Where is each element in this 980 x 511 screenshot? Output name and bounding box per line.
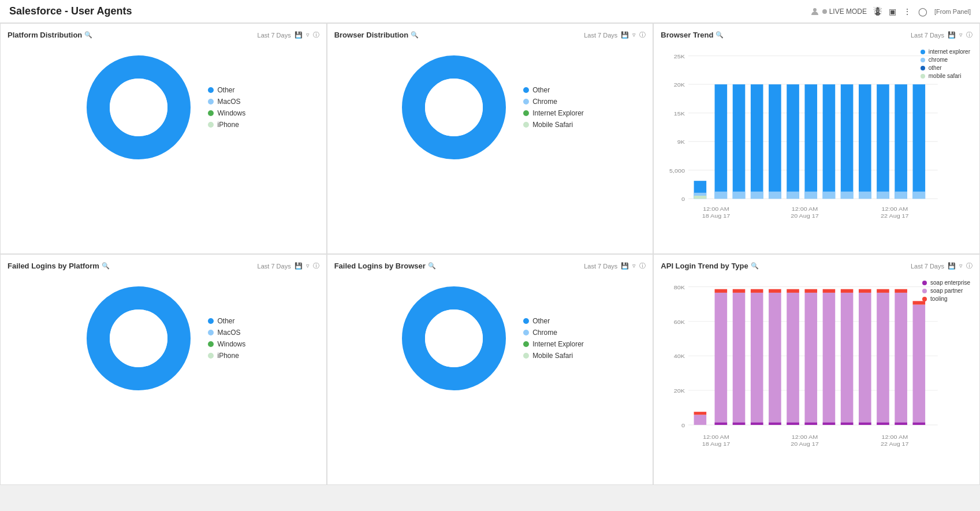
info-icon[interactable]: ⓘ: [313, 31, 319, 39]
filter-icon[interactable]: ▿: [959, 31, 963, 39]
legend-soap-partner: soap partner: [922, 288, 970, 294]
svg-text:15K: 15K: [674, 110, 685, 116]
panel-title: Failed Logins by Browser 🔍: [334, 262, 436, 270]
panel-controls: Last 7 Days 💾 ▿ ⓘ: [584, 262, 646, 270]
legend-color-windows: [208, 110, 214, 116]
legend-item-ie: Internet Explorer: [523, 109, 584, 117]
export-icon[interactable]: 💾: [621, 31, 629, 39]
live-mode-indicator[interactable]: LIVE MODE: [810, 6, 867, 17]
person-icon: [810, 6, 820, 17]
legend-item-mobile-safari: Mobile Safari: [523, 121, 584, 129]
svg-rect-100: [841, 289, 854, 293]
svg-text:0: 0: [681, 423, 685, 428]
legend-item-other: Other: [208, 86, 245, 94]
panel-title: API Login Trend by Type 🔍: [661, 262, 758, 270]
svg-text:12:00 AM: 12:00 AM: [882, 206, 908, 211]
export-icon[interactable]: 💾: [621, 262, 629, 270]
svg-rect-29: [733, 192, 746, 199]
export-icon[interactable]: 💾: [295, 262, 303, 270]
svg-rect-85: [751, 289, 763, 293]
legend-item-other: Other: [523, 317, 584, 325]
api-login-trend-panel: API Login Trend by Type 🔍 Last 7 Days 💾 …: [653, 254, 980, 485]
search-icon[interactable]: 🔍: [751, 262, 759, 270]
legend-item-macos: MacOS: [208, 98, 245, 106]
svg-rect-34: [787, 84, 800, 199]
svg-rect-106: [877, 289, 890, 293]
svg-text:60K: 60K: [674, 319, 685, 324]
legend-mobile-safari: mobile safari: [921, 73, 970, 79]
svg-rect-47: [895, 192, 908, 199]
export-icon[interactable]: 💾: [948, 262, 956, 270]
donut-chart-wrapper: Other Chrome Internet Explorer Mobile Sa…: [334, 44, 646, 171]
svg-text:20K: 20K: [674, 388, 685, 394]
legend-color-other: [208, 87, 214, 93]
filter-icon[interactable]: ▿: [306, 31, 310, 39]
svg-rect-109: [895, 289, 908, 293]
panel-controls: Last 7 Days 💾 ▿ ⓘ: [258, 31, 319, 39]
panel-header: API Login Trend by Type 🔍 Last 7 Days 💾 …: [661, 262, 972, 270]
svg-rect-36: [805, 84, 818, 199]
svg-rect-32: [769, 84, 781, 199]
filter-icon[interactable]: ▿: [959, 262, 963, 270]
svg-point-65: [425, 309, 483, 367]
svg-point-0: [813, 8, 817, 12]
filter-icon[interactable]: ▿: [632, 31, 636, 39]
export-icon[interactable]: 💾: [948, 31, 956, 39]
legend-item-other: Other: [523, 86, 584, 94]
svg-rect-111: [913, 305, 926, 425]
svg-rect-84: [751, 293, 763, 425]
svg-text:0: 0: [681, 196, 685, 202]
bar-chart-container: 25K 20K 15K 9K 5,000 0: [661, 44, 972, 234]
browser-distribution-panel: Browser Distribution 🔍 Last 7 Days 💾 ▿ ⓘ: [327, 23, 654, 254]
search-icon[interactable]: 🔍: [428, 262, 436, 270]
panel-label: [From Panel]: [934, 8, 971, 15]
svg-rect-110: [895, 423, 908, 425]
svg-point-10: [425, 79, 483, 136]
api-bar-chart-svg: 80K 60K 40K 20K 0: [661, 275, 972, 465]
svg-rect-37: [805, 192, 818, 199]
svg-rect-46: [895, 84, 908, 199]
clock-icon[interactable]: ◯: [918, 7, 927, 16]
panel-header: Browser Trend 🔍 Last 7 Days 💾 ▿ ⓘ: [661, 31, 972, 39]
donut-chart: [396, 50, 512, 165]
svg-text:18 Aug 17: 18 Aug 17: [702, 441, 731, 447]
search-icon[interactable]: 🔍: [84, 31, 92, 39]
svg-rect-103: [859, 289, 871, 293]
svg-rect-42: [859, 84, 871, 199]
svg-rect-82: [733, 289, 746, 293]
svg-rect-104: [859, 423, 871, 425]
svg-rect-96: [823, 293, 836, 425]
panel-controls: Last 7 Days 💾 ▿ ⓘ: [258, 262, 319, 270]
svg-rect-83: [733, 423, 746, 425]
svg-rect-91: [787, 289, 800, 293]
more-icon[interactable]: ⋮: [903, 7, 911, 16]
svg-text:12:00 AM: 12:00 AM: [792, 434, 818, 439]
svg-rect-102: [859, 293, 871, 425]
dashboard: Platform Distribution 🔍 Last 7 Days 💾 ▿ …: [0, 23, 980, 485]
export-icon[interactable]: 💾: [295, 31, 303, 39]
filter-icon[interactable]: ⛇: [874, 7, 882, 16]
info-icon[interactable]: ⓘ: [639, 262, 646, 270]
svg-rect-76: [694, 415, 707, 425]
info-icon[interactable]: ⓘ: [966, 262, 972, 270]
svg-rect-25: [694, 196, 707, 199]
info-icon[interactable]: ⓘ: [966, 31, 972, 39]
legend-other: other: [921, 65, 970, 71]
search-icon[interactable]: 🔍: [716, 31, 724, 39]
api-chart-legend: soap enterprise soap partner tooling: [922, 279, 970, 302]
svg-rect-31: [751, 192, 763, 199]
filter-icon[interactable]: ▿: [632, 262, 636, 270]
search-icon[interactable]: 🔍: [102, 262, 110, 270]
donut-legend: Other MacOS Windows iPhone: [208, 86, 245, 129]
page-title: Salesforce - User Agents: [9, 5, 132, 17]
search-icon[interactable]: 🔍: [411, 31, 419, 39]
edit-icon[interactable]: ▣: [889, 7, 896, 16]
live-dot: [822, 9, 827, 14]
info-icon[interactable]: ⓘ: [639, 31, 646, 39]
svg-rect-93: [805, 293, 818, 425]
info-icon[interactable]: ⓘ: [313, 262, 319, 270]
svg-rect-94: [805, 289, 818, 293]
live-mode-label: LIVE MODE: [829, 8, 867, 16]
filter-icon[interactable]: ▿: [306, 262, 310, 270]
donut-legend: Other Chrome Internet Explorer Mobile Sa…: [523, 86, 584, 129]
